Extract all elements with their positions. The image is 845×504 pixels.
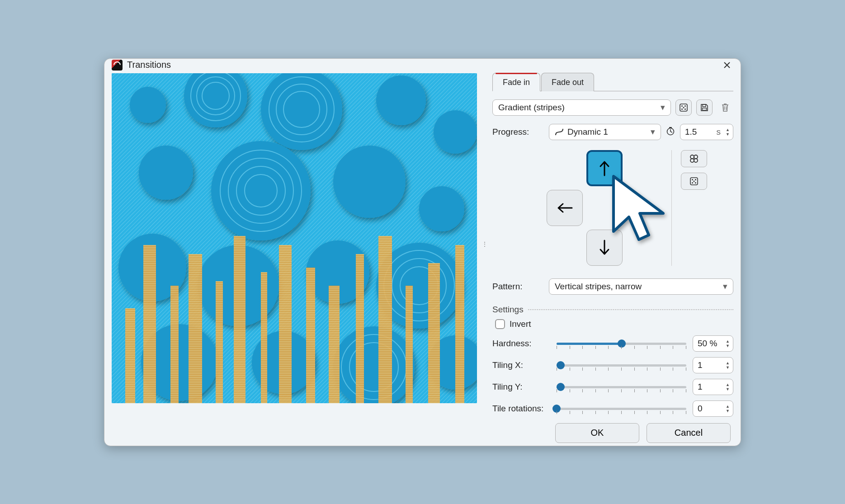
svg-point-67	[692, 179, 693, 180]
tab-fade-in[interactable]: Fade in	[492, 73, 540, 91]
window-title: Transitions	[127, 60, 171, 70]
direction-left-button[interactable]	[547, 190, 583, 226]
direction-grid	[547, 150, 662, 266]
tiling-y-label: Tiling Y:	[492, 382, 550, 392]
svg-rect-42	[234, 236, 245, 403]
chevron-down-icon: ▾	[651, 127, 655, 137]
svg-point-63	[694, 155, 698, 159]
clock-icon	[666, 126, 675, 137]
svg-rect-38	[143, 245, 156, 403]
svg-point-68	[695, 179, 696, 180]
cancel-button[interactable]: Cancel	[647, 423, 731, 443]
tiling-y-value-input[interactable]: 1 ▲▼	[693, 379, 733, 395]
svg-point-56	[681, 108, 683, 110]
svg-rect-50	[428, 263, 440, 403]
svg-point-57	[684, 108, 686, 110]
tile-rotations-slider[interactable]	[557, 403, 686, 415]
progress-label: Progress:	[492, 127, 544, 137]
svg-point-71	[695, 182, 696, 184]
arrow-up-icon	[598, 159, 611, 177]
svg-point-13	[419, 186, 464, 231]
svg-rect-47	[356, 254, 364, 403]
arrow-left-icon	[556, 201, 574, 215]
settings-header: Settings	[492, 295, 733, 316]
preview-canvas	[112, 73, 477, 403]
settings-panel: Fade in Fade out Gradient (stripes) ▾	[492, 71, 733, 417]
tiling-x-value-input[interactable]: 1 ▲▼	[693, 357, 733, 373]
svg-point-62	[690, 155, 694, 159]
svg-rect-45	[306, 268, 315, 403]
random-preset-button[interactable]	[675, 99, 692, 116]
preset-select[interactable]: Gradient (stripes) ▾	[492, 99, 671, 116]
svg-point-69	[694, 180, 695, 182]
invert-label: Invert	[510, 319, 531, 329]
delete-preset-button[interactable]	[717, 99, 733, 116]
tiling-x-label: Tiling X:	[492, 360, 550, 370]
preset-value: Gradient (stripes)	[498, 103, 565, 113]
progress-curve-select[interactable]: Dynamic 1 ▾	[549, 124, 661, 140]
svg-point-53	[681, 105, 683, 107]
dialog-footer: OK Cancel	[104, 417, 741, 451]
svg-rect-40	[189, 254, 202, 403]
svg-point-8	[376, 75, 426, 125]
ok-button[interactable]: OK	[555, 423, 639, 443]
duration-spinner[interactable]: ▲▼	[724, 127, 731, 137]
svg-point-10	[139, 146, 193, 200]
svg-rect-46	[329, 286, 340, 403]
duration-input[interactable]: 1.5 s ▲▼	[680, 124, 733, 140]
arrow-down-icon	[598, 239, 611, 257]
dice-icon	[679, 103, 688, 112]
svg-point-12	[333, 146, 406, 218]
tile-rotations-value-input[interactable]: 0 ▲▼	[693, 400, 733, 417]
chevron-down-icon: ▾	[723, 281, 727, 292]
svg-point-9	[434, 110, 477, 154]
progress-curve-value: Dynamic 1	[567, 127, 608, 137]
pattern-value: Vertical stripes, narrow	[555, 282, 642, 292]
splitter-grip[interactable]: ⋮	[482, 71, 487, 417]
svg-point-55	[683, 107, 684, 108]
close-icon	[723, 61, 731, 69]
dice-icon	[689, 177, 699, 186]
invert-checkbox[interactable]	[495, 319, 505, 329]
pattern-label: Pattern:	[492, 282, 544, 292]
direction-random4-button[interactable]	[681, 150, 707, 167]
save-preset-button[interactable]	[696, 99, 713, 116]
hardness-value-input[interactable]: 50 % ▲▼	[693, 335, 733, 352]
tab-fade-out[interactable]: Fade out	[541, 73, 594, 91]
curve-icon	[555, 127, 564, 137]
duration-value: 1.5	[685, 127, 697, 137]
transitions-dialog: Transitions	[104, 58, 741, 446]
save-icon	[700, 103, 709, 112]
direction-random-button[interactable]	[681, 173, 707, 190]
svg-rect-49	[406, 286, 413, 403]
svg-rect-59	[703, 108, 707, 110]
svg-rect-51	[455, 245, 464, 403]
tile-rotations-label: Tile rotations:	[492, 404, 550, 414]
svg-point-70	[692, 182, 693, 184]
tiling-y-slider[interactable]	[557, 381, 686, 393]
trash-icon	[721, 103, 730, 113]
svg-rect-41	[216, 281, 223, 403]
tiling-x-slider[interactable]	[557, 359, 686, 371]
svg-point-54	[684, 105, 686, 107]
clover-icon	[689, 154, 699, 164]
tab-bar: Fade in Fade out	[492, 72, 733, 91]
svg-rect-37	[125, 308, 135, 403]
svg-point-64	[690, 159, 694, 162]
svg-rect-48	[378, 236, 392, 403]
close-button[interactable]	[721, 59, 733, 71]
direction-up-button[interactable]	[586, 150, 623, 186]
svg-rect-39	[170, 286, 179, 403]
svg-point-65	[694, 159, 698, 162]
pattern-select[interactable]: Vertical stripes, narrow ▾	[549, 278, 733, 295]
duration-unit: s	[717, 127, 721, 137]
svg-rect-44	[279, 245, 292, 403]
svg-point-5	[130, 87, 166, 123]
app-icon	[112, 60, 123, 71]
svg-rect-43	[261, 272, 267, 403]
direction-down-button[interactable]	[586, 230, 623, 266]
chevron-down-icon: ▾	[661, 102, 665, 113]
hardness-slider[interactable]	[557, 338, 686, 349]
svg-rect-61	[669, 127, 672, 128]
svg-point-11	[211, 141, 311, 240]
